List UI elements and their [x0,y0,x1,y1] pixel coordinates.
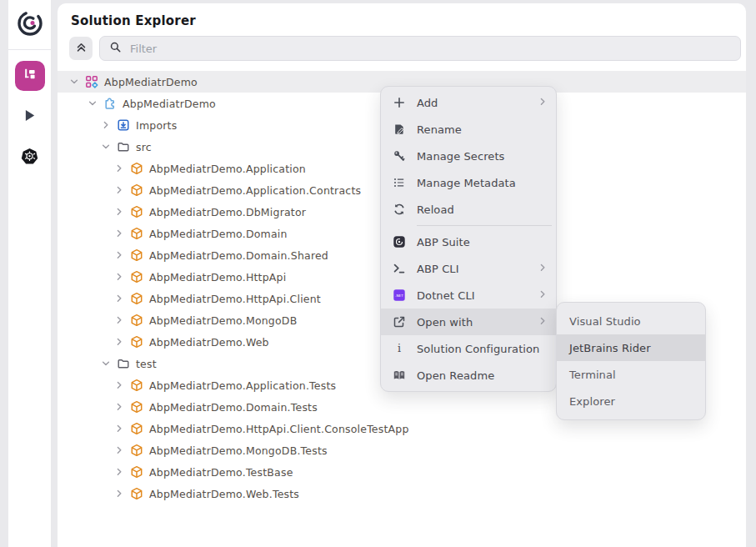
filter-input[interactable] [130,43,731,55]
chevron-right-icon[interactable] [114,402,124,412]
external-link-icon [393,315,406,329]
svg-text:i: i [398,342,401,354]
package-icon [130,487,143,500]
tree-item-label: AbpMediatrDemo.Web.Tests [149,488,299,500]
chevron-down-icon[interactable] [69,77,79,87]
rename-icon [393,123,406,136]
chevron-right-icon [538,263,548,275]
chevron-right-icon[interactable] [114,315,124,325]
tree-item-label: AbpMediatrDemo.Application [149,163,306,175]
folder-icon [117,140,130,153]
menu-item-add[interactable]: Add [381,89,556,116]
chevron-right-icon [538,316,548,329]
menu-item-reload[interactable]: Reload [381,196,556,223]
submenu-item-label: JetBrains Rider [569,342,651,354]
list-icon [393,176,406,189]
tree-item-label: AbpMediatrDemo.Web [149,336,269,349]
chevron-right-icon[interactable] [114,489,124,499]
package-icon [130,162,143,175]
tree-row-abpmediatrdemo-mongodb-tests-17[interactable]: AbpMediatrDemo.MongoDB.Tests [58,439,746,461]
submenu-item-explorer[interactable]: Explorer [557,388,705,414]
tree-item-label: AbpMediatrDemo.Application.Tests [149,379,336,392]
page-title: Solution Explorer [58,3,746,28]
chevron-right-icon[interactable] [114,163,124,173]
chevron-down-icon[interactable] [101,142,111,152]
package-icon [130,379,143,392]
menu-item-manage-metadata[interactable]: Manage Metadata [381,169,556,196]
tree-row-abpmediatrdemo-web-tests-19[interactable]: AbpMediatrDemo.Web.Tests [58,483,746,504]
module-icon [103,97,117,110]
package-icon [130,444,143,457]
chevron-right-icon[interactable] [114,185,124,195]
chevron-right-icon[interactable] [114,467,124,477]
chevron-down-icon[interactable] [101,359,111,369]
book-icon [393,369,406,382]
menu-item-label: Open with [417,316,527,329]
chevron-right-icon[interactable] [114,445,124,455]
filter-input-box[interactable] [99,36,741,61]
refresh-icon [393,203,406,216]
chevron-right-icon[interactable] [114,207,124,217]
package-icon [130,292,143,305]
menu-divider [417,225,552,226]
package-icon [130,205,143,218]
tree-item-label: AbpMediatrDemo.MongoDB [149,314,297,327]
tree-item-label: AbpMediatrDemo.TestBase [149,466,293,479]
sidebar-item-solution-explorer[interactable] [15,61,45,91]
tree-item-label: AbpMediatrDemo [104,76,198,88]
tree-item-label: AbpMediatrDemo.Domain [149,228,288,240]
search-icon [109,41,122,57]
submenu-item-terminal[interactable]: Terminal [557,361,705,388]
kubernetes-icon [21,148,38,168]
package-icon [130,248,143,262]
tree-item-label: Imports [136,119,177,132]
package-icon [130,465,143,479]
svg-text:.NET: .NET [395,294,403,298]
chevron-right-icon[interactable] [114,250,124,260]
submenu-item-visual-studio[interactable]: Visual Studio [557,308,705,334]
menu-item-label: Add [417,97,527,109]
filter-row [69,36,741,61]
package-icon [130,314,143,327]
abp-studio-logo [17,0,43,49]
tree-item-label: AbpMediatrDemo.Domain.Tests [149,401,318,414]
submenu-item-jetbrains-rider[interactable]: JetBrains Rider [557,334,705,361]
chevrons-up-icon [75,41,88,57]
tree-item-label: AbpMediatrDemo.HttpApi.Client [149,293,321,305]
menu-item-solution-configuration[interactable]: iSolution Configuration [381,335,556,362]
chevron-down-icon[interactable] [88,98,98,108]
menu-item-label: Reload [417,203,548,216]
tree-item-label: AbpMediatrDemo.HttpApi.Client.ConsoleTes… [149,423,409,435]
menu-item-label: Open Readme [417,369,548,382]
chevron-right-icon[interactable] [114,424,124,434]
sidebar-item-run[interactable] [15,102,45,132]
plus-icon [393,96,406,109]
package-icon [130,400,143,414]
chevron-right-icon[interactable] [114,294,124,304]
chevron-right-icon[interactable] [114,337,124,347]
menu-item-open-with[interactable]: Open with [381,309,556,335]
menu-item-abp-suite[interactable]: ABP Suite [381,228,556,255]
sidebar-item-kubernetes[interactable] [15,143,45,173]
menu-item-abp-cli[interactable]: ABP CLI [381,255,556,282]
tree-row-abpmediatrdemo-httpapi-client-consoletestapp-16[interactable]: AbpMediatrDemo.HttpApi.Client.ConsoleTes… [58,418,746,439]
chevron-right-icon[interactable] [114,228,124,238]
menu-item-open-readme[interactable]: Open Readme [381,362,556,389]
menu-item-manage-secrets[interactable]: Manage Secrets [381,143,556,169]
menu-item-rename[interactable]: Rename [381,116,556,143]
collapse-all-button[interactable] [69,37,93,60]
abp-suite-icon [393,235,406,248]
menu-item-label: Rename [417,123,548,136]
chevron-right-icon[interactable] [101,120,111,130]
menu-item-label: Manage Secrets [417,150,548,163]
tree-item-label: AbpMediatrDemo [123,98,216,110]
tree-icon [23,67,38,85]
chevron-right-icon[interactable] [114,272,124,282]
menu-item-label: ABP CLI [417,263,527,275]
tree-row-abpmediatrdemo-testbase-18[interactable]: AbpMediatrDemo.TestBase [58,461,746,483]
tree-item-label: src [136,141,152,153]
chevron-right-icon[interactable] [114,380,124,390]
key-icon [393,149,406,163]
chevron-right-icon [538,289,548,302]
menu-item-dotnet-cli[interactable]: .NETDotnet CLI [381,282,556,309]
